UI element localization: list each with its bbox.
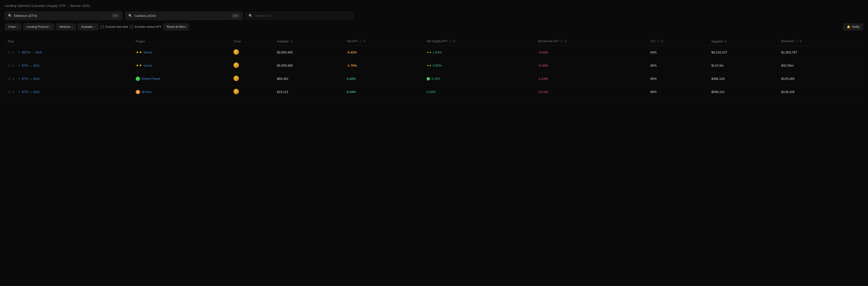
supply-planet-icon — [427, 77, 430, 80]
col-net-supply-apy[interactable]: Net Supply APY ⓘ ⇅ — [424, 37, 535, 46]
ltv-search-box[interactable]: 🔍 Custom LTV — [246, 12, 353, 20]
chain-icon — [234, 63, 239, 68]
green-planet-icon — [136, 77, 140, 81]
col-borrowed[interactable]: Borrowed ⓘ ⇅ — [778, 37, 863, 46]
net-apy-sort-icon: ⇅ — [363, 39, 366, 43]
borrow-search-text: Cardano (ADA) — [134, 14, 230, 17]
header-row: Pool Project Chain Available ⇅ Net APY ⓘ… — [5, 37, 863, 46]
net-borrow-apy-value-0: -3.42% — [535, 46, 647, 59]
bookmark-icon[interactable]: ⊡ — [8, 90, 10, 94]
notify-btn[interactable]: 🔔 Notify — [843, 24, 863, 30]
available-filter-label: Available — [81, 25, 93, 29]
external-link-icon[interactable]: ↗ — [18, 51, 20, 54]
external-link-icon[interactable]: ↗ — [18, 64, 20, 67]
col-supplied[interactable]: Supplied ⇅ — [708, 37, 778, 46]
filter-row: Chain ▾ Lending Protocol ▾ Attribute ▾ A… — [5, 24, 863, 30]
project-link[interactable]: Venus — [144, 50, 152, 54]
lending-protocol-filter-label: Lending Protocol — [26, 25, 49, 29]
project-cell-1: ✦✦ Venus — [133, 59, 230, 72]
project-cell-0: ✦✦ Venus — [133, 46, 230, 59]
project-link[interactable]: dForce — [142, 90, 151, 94]
table-row: ⊡ 4 ↗ ETH → ADA D dForce $19,1210.19% 0.… — [5, 85, 863, 99]
project-cell-2: Green Planet — [133, 72, 230, 85]
lending-protocol-filter-btn[interactable]: Lending Protocol ▾ — [23, 24, 54, 30]
col-ltv[interactable]: LTV ⓘ ⇅ — [647, 37, 709, 46]
bookmark-icon[interactable]: ⊡ — [8, 77, 10, 80]
pool-link[interactable]: ETH → ADA — [22, 77, 40, 80]
project-cell-3: D dForce — [133, 85, 230, 99]
exclude-reward-apy-label[interactable]: Exclude reward APY — [130, 25, 161, 29]
net-supply-apy-value-1: ✦✦ 0.95% — [424, 59, 535, 72]
project-link[interactable]: Venus — [144, 64, 152, 67]
exclude-bad-debt-text: Exclude bad debt — [105, 25, 128, 29]
table-row: ⊡ 3 ↗ ETH → ADA Green Planet $69,4622.32… — [5, 72, 863, 85]
project-link[interactable]: Green Planet — [142, 77, 160, 80]
lending-table: Pool Project Chain Available ⇅ Net APY ⓘ… — [5, 37, 863, 99]
net-borrow-apy-value-3: -0.11% — [535, 85, 647, 99]
pool-cell-3: ⊡ 4 ↗ ETH → ADA — [5, 85, 133, 99]
net-apy-value-2: 2.32% — [344, 72, 424, 85]
chain-icon — [234, 49, 239, 55]
chain-icon — [234, 89, 239, 94]
ltv-value-2: 80% — [647, 72, 709, 85]
chain-cell-3 — [230, 85, 274, 99]
table-container: Pool Project Chain Available ⇅ Net APY ⓘ… — [5, 37, 863, 99]
net-borrow-apy-sort-icon: ⇅ — [564, 39, 567, 43]
borrow-search-box[interactable]: 🔍 Cardano (ADA) ⌘K — [125, 11, 243, 20]
borrowed-value-3: $128,428 — [778, 85, 863, 99]
external-link-icon[interactable]: ↗ — [18, 90, 20, 94]
ltv-value-1: 80% — [647, 59, 709, 72]
lending-protocol-chevron-icon: ▾ — [50, 26, 51, 28]
net-apy-value-1: -1.79% — [344, 59, 424, 72]
pool-cell-2: ⊡ 3 ↗ ETH → ADA — [5, 72, 133, 85]
supply-search-box[interactable]: 🔍 Ethereum (ETH) ⌘K — [5, 11, 122, 20]
attribute-filter-btn[interactable]: Attribute ▾ — [56, 24, 76, 30]
borrowed-value-1: $32.58m — [778, 59, 863, 72]
attribute-filter-label: Attribute — [59, 25, 70, 29]
venus-logo-icon: ✦✦ — [136, 50, 142, 55]
supply-kbd-badge: ⌘K — [112, 14, 119, 18]
exclude-reward-apy-checkbox[interactable] — [130, 25, 133, 29]
col-net-borrow-apy[interactable]: Net Borrow APY ⓘ ⇅ — [535, 37, 647, 46]
supply-venus-icon: ✦✦ — [427, 51, 432, 54]
pool-link[interactable]: ETH → ADA — [22, 90, 40, 94]
net-supply-apy-sort-icon: ⇅ — [453, 39, 456, 43]
net-borrow-apy-value-2: -1.14% — [535, 72, 647, 85]
ltv-search-text: Custom LTV — [254, 14, 350, 17]
bookmark-icon[interactable]: ⊡ — [8, 64, 10, 67]
external-link-icon[interactable]: ↗ — [18, 77, 20, 80]
net-supply-apy-value-2: 3.23% — [424, 72, 535, 85]
net-borrow-apy-info-icon: ⓘ — [560, 40, 563, 43]
rank-num: 2 — [12, 64, 16, 67]
supply-venus-icon: ✦✦ — [427, 64, 432, 67]
chain-filter-btn[interactable]: Chain ▾ — [5, 24, 21, 30]
table-header: Pool Project Chain Available ⇅ Net APY ⓘ… — [5, 37, 863, 46]
ltv-search-icon: 🔍 — [249, 14, 253, 17]
pool-link[interactable]: BETH → ADA — [22, 50, 42, 54]
supply-search-text: Ethereum (ETH) — [14, 14, 110, 17]
pool-link[interactable]: ETH → ADA — [22, 64, 40, 67]
notify-label: Notify — [852, 25, 860, 29]
net-supply-apy-value-3: 0.28% — [424, 85, 535, 99]
net-supply-apy-value-0: ✦✦ 1.63% — [424, 46, 535, 59]
page-title: Lending Optimizer Calculator (Supply: ET… — [5, 4, 863, 7]
ltv-sort-icon: ⇅ — [661, 39, 663, 43]
table-row: ⊡ 1 ↗ BETH → ADA ✦✦ Venus $3,855,905-0.4… — [5, 46, 863, 59]
available-filter-btn[interactable]: Available ▾ — [78, 24, 98, 30]
rank-num: 3 — [12, 77, 16, 80]
col-net-apy[interactable]: Net APY ⓘ ⇅ — [344, 37, 424, 46]
bookmark-icon[interactable]: ⊡ — [8, 50, 10, 54]
reset-all-filters-btn[interactable]: Reset all filters — [163, 24, 189, 30]
supplied-value-0: $6,216,237 — [708, 46, 778, 59]
chain-cell-2 — [230, 72, 274, 85]
supplied-value-1: $115.9m — [708, 59, 778, 72]
borrowed-sort-icon: ⇅ — [799, 39, 802, 43]
borrowed-value-2: $125,085 — [778, 72, 863, 85]
dforce-icon: D — [136, 90, 140, 94]
col-available[interactable]: Available ⇅ — [274, 37, 344, 46]
exclude-bad-debt-checkbox[interactable] — [100, 25, 104, 29]
rank-num: 1 — [12, 51, 16, 54]
col-pool: Pool — [5, 37, 133, 46]
ltv-value-3: 80% — [647, 85, 709, 99]
exclude-bad-debt-label[interactable]: Exclude bad debt — [100, 25, 128, 29]
